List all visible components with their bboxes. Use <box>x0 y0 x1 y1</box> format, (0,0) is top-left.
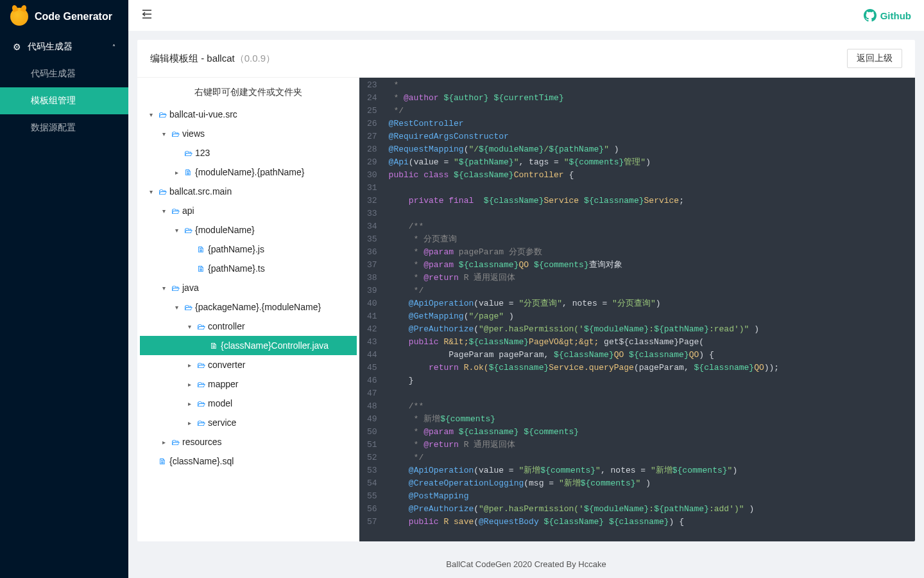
tree-node[interactable]: ▾🗁{moduleName} <box>140 220 357 240</box>
tree-node[interactable]: ▾🗁views <box>140 124 357 143</box>
tree-label: {moduleName} <box>194 225 256 235</box>
folder-icon: 🗁 <box>182 148 194 158</box>
tree-node[interactable]: 🗎{pathName}.js <box>140 240 357 259</box>
chevron-down-icon: ▾ <box>184 323 195 330</box>
folder-icon: 🗁 <box>195 360 207 370</box>
chevron-down-icon: ▾ <box>158 285 169 292</box>
folder-icon: 🗁 <box>169 206 181 216</box>
tree-node[interactable]: ▸🗁model <box>140 394 357 413</box>
tree-label: java <box>181 283 200 293</box>
tree-label: ballcat-ui-vue.src <box>168 109 239 119</box>
folder-icon: 🗁 <box>169 129 181 139</box>
tree-node[interactable]: ▸🗁resources <box>140 432 357 451</box>
file-tree[interactable]: 右键即可创建文件或文件夹 ▾🗁ballcat-ui-vue.src▾🗁views… <box>137 78 359 541</box>
github-link[interactable]: Github <box>864 9 911 22</box>
file-icon: 🗎 <box>157 457 168 466</box>
tree-hint: 右键即可创建文件或文件夹 <box>140 84 357 105</box>
folder-icon: 🗁 <box>169 437 181 447</box>
folder-icon: 🗁 <box>182 302 194 312</box>
tree-label: resources <box>181 437 223 447</box>
file-icon: 🗎 <box>195 245 207 254</box>
collapse-sidebar-button[interactable] <box>141 8 153 23</box>
back-button[interactable]: 返回上级 <box>847 49 902 68</box>
tree-label: {pathName}.js <box>207 244 266 254</box>
line-gutter: 2324252627282930313233343536373839404142… <box>359 78 382 541</box>
menu-fold-icon <box>141 8 153 20</box>
card-header: 编辑模板组 - ballcat（0.0.9） 返回上级 <box>137 40 915 78</box>
cat-icon <box>10 8 28 26</box>
tree-label: service <box>207 417 237 428</box>
tree-node[interactable]: ▸🗁mapper <box>140 374 357 394</box>
chevron-down-icon: ▾ <box>158 130 169 137</box>
folder-icon: 🗁 <box>195 418 207 428</box>
card-title: 编辑模板组 - ballcat（0.0.9） <box>150 53 275 65</box>
brand-text: Code Generator <box>35 11 112 22</box>
tree-node[interactable]: 🗎{className}Controller.java <box>140 336 357 355</box>
code-editor[interactable]: 2324252627282930313233343536373839404142… <box>359 78 915 541</box>
tree-label: model <box>207 398 234 408</box>
chevron-right-icon: ▸ <box>184 419 195 426</box>
tree-node[interactable]: ▾🗁api <box>140 201 357 220</box>
tree-label: {className}Controller.java <box>219 340 330 351</box>
topbar: Github <box>128 0 924 31</box>
tree-label: mapper <box>207 379 239 389</box>
code-content[interactable]: * * @author ${author} ${currentTime} */@… <box>382 78 915 541</box>
tree-node[interactable]: 🗎{className}.sql <box>140 451 357 471</box>
tree-label: converter <box>207 360 246 370</box>
chevron-right-icon: ▸ <box>184 381 195 388</box>
menu-group-codegen[interactable]: ⚙ 代码生成器 ˄ <box>0 33 128 60</box>
tree-label: {className}.sql <box>168 456 235 466</box>
tree-label: views <box>181 128 206 139</box>
folder-icon: 🗁 <box>157 187 168 197</box>
tree-label: controller <box>207 321 246 331</box>
folder-icon: 🗁 <box>169 283 181 293</box>
folder-icon: 🗁 <box>182 225 194 235</box>
tree-label: api <box>181 206 196 216</box>
folder-icon: 🗁 <box>157 110 168 119</box>
folder-icon: 🗁 <box>195 380 207 389</box>
file-icon: 🗎 <box>182 168 194 177</box>
chevron-down-icon: ▾ <box>158 207 169 215</box>
tree-node[interactable]: 🗎{pathName}.ts <box>140 259 357 278</box>
sidebar: Code Generator ⚙ 代码生成器 ˄ 代码生成器模板组管理数据源配置 <box>0 0 128 578</box>
chevron-right-icon: ▸ <box>158 439 169 446</box>
folder-icon: 🗁 <box>195 322 207 331</box>
tree-node[interactable]: ▾🗁ballcat-ui-vue.src <box>140 105 357 124</box>
tree-node[interactable]: ▸🗁service <box>140 413 357 432</box>
sidebar-item-0[interactable]: 代码生成器 <box>0 60 128 87</box>
card: 编辑模板组 - ballcat（0.0.9） 返回上级 右键即可创建文件或文件夹… <box>137 40 915 541</box>
chevron-down-icon: ▾ <box>171 304 182 311</box>
tree-node[interactable]: ▾🗁ballcat.src.main <box>140 182 357 201</box>
footer-text: BallCat CodeGen 2020 Created By Hccake <box>128 550 924 578</box>
sidebar-item-1[interactable]: 模板组管理 <box>0 87 128 114</box>
chevron-right-icon: ▸ <box>184 362 195 369</box>
menu-group-label: 代码生成器 <box>28 41 73 53</box>
file-icon: 🗎 <box>208 341 219 351</box>
folder-icon: 🗁 <box>195 399 207 408</box>
tree-label: 123 <box>194 148 211 158</box>
chevron-right-icon: ▸ <box>171 169 182 176</box>
tree-node[interactable]: ▾🗁java <box>140 278 357 297</box>
tree-node[interactable]: 🗁123 <box>140 143 357 162</box>
github-icon <box>864 9 877 22</box>
chevron-down-icon: ▾ <box>145 188 157 195</box>
sidebar-item-2[interactable]: 数据源配置 <box>0 114 128 141</box>
tree-label: {moduleName}.{pathName} <box>194 167 305 177</box>
file-icon: 🗎 <box>195 264 207 274</box>
tree-label: {pathName}.ts <box>207 263 266 274</box>
chevron-up-icon: ˄ <box>112 44 116 51</box>
github-label: Github <box>880 10 911 21</box>
gear-icon: ⚙ <box>13 42 21 52</box>
chevron-down-icon: ▾ <box>145 111 157 118</box>
tree-node[interactable]: ▾🗁{packageName}.{moduleName} <box>140 297 357 317</box>
chevron-down-icon: ▾ <box>171 227 182 234</box>
tree-node[interactable]: ▸🗁converter <box>140 355 357 374</box>
tree-node[interactable]: ▾🗁controller <box>140 317 357 336</box>
tree-node[interactable]: ▸🗎{moduleName}.{pathName} <box>140 162 357 182</box>
tree-label: {packageName}.{moduleName} <box>194 302 322 312</box>
chevron-right-icon: ▸ <box>184 400 195 407</box>
tree-label: ballcat.src.main <box>168 186 233 197</box>
brand-logo: Code Generator <box>0 0 128 33</box>
